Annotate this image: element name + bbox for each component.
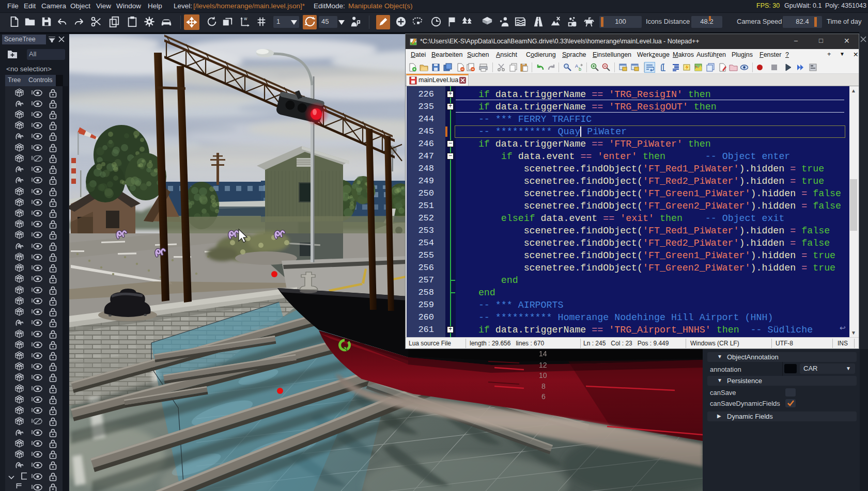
svg-text:10: 10 (539, 371, 547, 379)
svg-text:14: 14 (539, 350, 547, 358)
svg-text:b: b (579, 67, 581, 72)
svg-text:A: A (575, 64, 578, 69)
svg-text:12: 12 (539, 361, 547, 369)
svg-text:6: 6 (541, 392, 546, 401)
svg-text:w: w (243, 17, 247, 21)
svg-text:8: 8 (541, 382, 546, 390)
